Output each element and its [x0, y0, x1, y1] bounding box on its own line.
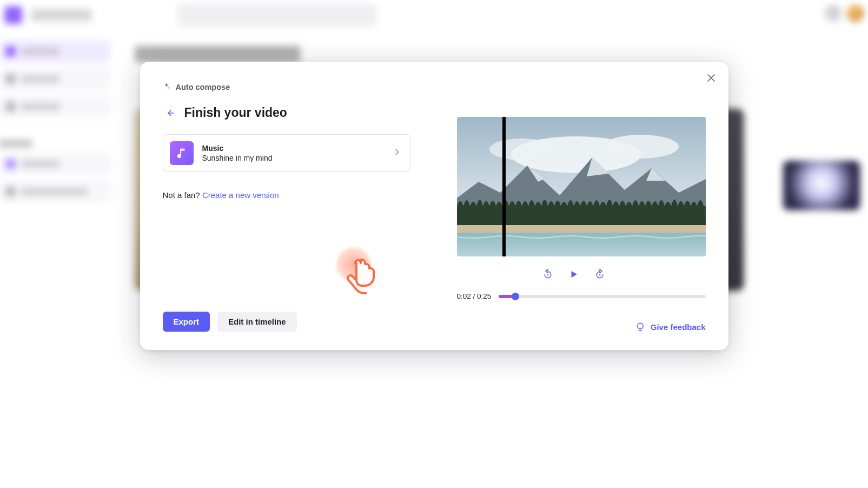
preview-playhead — [502, 117, 506, 256]
edit-in-timeline-button[interactable]: Edit in timeline — [217, 312, 297, 332]
modal-title: Finish your video — [184, 105, 287, 120]
play-icon — [569, 269, 579, 279]
svg-point-2 — [603, 135, 679, 159]
svg-point-3 — [489, 139, 554, 160]
skip-back-button[interactable]: 5 — [541, 267, 555, 281]
modal-overlay: Auto compose Finish your video Music Sun… — [0, 0, 868, 488]
chevron-right-icon — [393, 148, 401, 159]
auto-compose-breadcrumb: Auto compose — [163, 82, 412, 91]
finish-video-modal: Auto compose Finish your video Music Sun… — [140, 62, 728, 350]
music-note-icon — [170, 141, 194, 165]
not-a-fan-text: Not a fan? Create a new version — [163, 190, 412, 200]
auto-compose-label: Auto compose — [176, 83, 230, 91]
skip-back-icon: 5 — [542, 269, 553, 280]
skip-forward-button[interactable]: 5 — [593, 267, 607, 281]
sparkle-icon — [163, 82, 170, 91]
lightbulb-icon — [635, 322, 645, 332]
svg-text:5: 5 — [599, 273, 600, 276]
seek-knob[interactable] — [512, 293, 519, 300]
back-button[interactable] — [163, 106, 177, 120]
svg-text:5: 5 — [547, 273, 548, 276]
give-feedback-link[interactable]: Give feedback — [635, 300, 706, 332]
arrow-left-icon — [165, 108, 175, 118]
music-card-label: Music — [202, 143, 384, 153]
playback-time: 0:02 / 0:25 — [457, 292, 492, 300]
video-preview — [457, 117, 706, 256]
close-icon — [707, 74, 715, 82]
export-button[interactable]: Export — [163, 312, 210, 332]
music-card-track-name: Sunshine in my mind — [202, 153, 384, 163]
music-card[interactable]: Music Sunshine in my mind — [163, 134, 410, 172]
play-button[interactable] — [567, 267, 581, 281]
seek-bar[interactable] — [499, 295, 705, 298]
svg-rect-5 — [457, 225, 706, 233]
skip-forward-icon: 5 — [594, 269, 605, 280]
close-button[interactable] — [705, 71, 718, 84]
create-new-version-link[interactable]: Create a new version — [202, 190, 279, 200]
playback-controls: 5 5 — [442, 267, 706, 281]
